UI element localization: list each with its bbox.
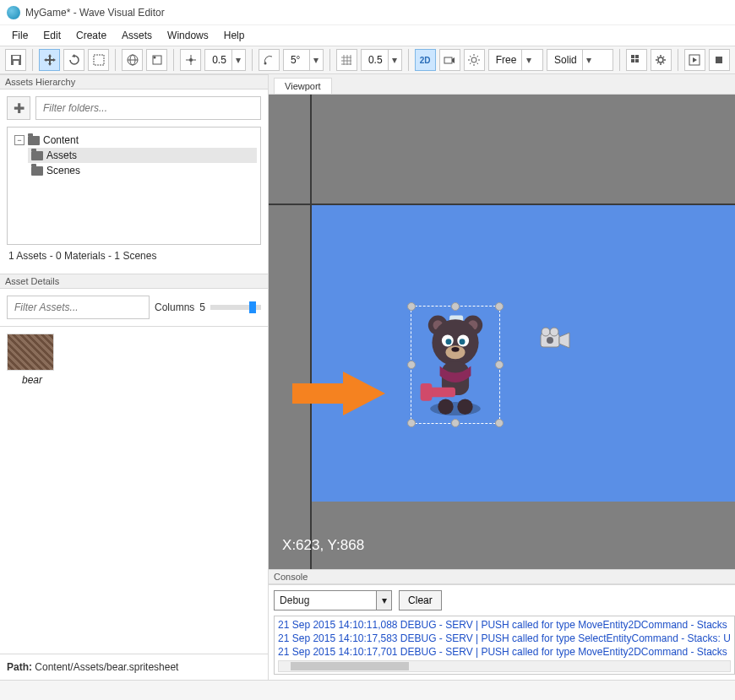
svg-rect-19: [716, 57, 722, 63]
menu-edit[interactable]: Edit: [36, 28, 68, 43]
hierarchy-status: 1 Assets - 0 Materials - 1 Scenes: [7, 245, 261, 267]
tree-label: Scenes: [46, 165, 80, 176]
tree-label: Content: [43, 134, 79, 146]
svg-point-37: [457, 399, 472, 415]
folder-tree[interactable]: − Content Assets Scenes: [7, 127, 261, 245]
menu-bar: File Edit Create Assets Windows Help: [0, 25, 735, 46]
chevron-down-icon: ▾: [582, 50, 596, 70]
mode-2d-button[interactable]: 2D: [415, 49, 436, 71]
separator: [678, 49, 678, 71]
snap-rotate-value[interactable]: 5°▾: [283, 49, 324, 71]
svg-point-17: [658, 57, 663, 62]
svg-rect-2: [14, 61, 19, 65]
save-button[interactable]: [5, 49, 26, 71]
asset-name: bear: [7, 374, 57, 386]
settings-button[interactable]: [651, 49, 672, 71]
separator: [252, 49, 253, 71]
resize-handle[interactable]: [495, 361, 504, 369]
console-line: 21 Sep 2015 14:10:17,701 DEBUG - SERV | …: [278, 645, 731, 659]
filter-folders-input[interactable]: [35, 96, 261, 120]
rotate-tool-button[interactable]: [63, 49, 84, 71]
svg-point-32: [451, 347, 459, 352]
menu-assets[interactable]: Assets: [115, 28, 159, 43]
resize-handle[interactable]: [451, 419, 460, 427]
globe-button[interactable]: [122, 49, 143, 71]
tab-viewport[interactable]: Viewport: [274, 78, 332, 94]
filter-assets-input[interactable]: [7, 296, 150, 319]
tree-row-assets[interactable]: Assets: [28, 148, 257, 163]
add-folder-button[interactable]: ✚: [7, 96, 30, 120]
scene-canvas: [311, 204, 735, 502]
shading-select[interactable]: Solid▾: [547, 49, 613, 71]
camera-mode-select[interactable]: Free▾: [488, 49, 543, 71]
separator: [173, 49, 174, 71]
tree-row-scenes[interactable]: Scenes: [28, 163, 257, 178]
folder-icon: [31, 151, 43, 160]
console-list[interactable]: 21 Sep 2015 14:10:11,088 DEBUG - SERV | …: [274, 616, 735, 675]
menu-windows[interactable]: Windows: [161, 28, 215, 43]
camera-gizmo-icon[interactable]: [539, 327, 573, 352]
selected-entity[interactable]: [411, 306, 500, 424]
hierarchy-panel-label: Assets Hierarchy: [0, 74, 268, 90]
resize-handle[interactable]: [495, 419, 504, 427]
stop-button[interactable]: [709, 49, 730, 71]
menu-file[interactable]: File: [5, 28, 35, 43]
console-horizontal-scrollbar[interactable]: [278, 660, 731, 672]
svg-point-12: [471, 57, 476, 62]
console-panel-label: Console: [269, 569, 735, 584]
move-tool-button[interactable]: [39, 49, 60, 71]
asset-item-bear[interactable]: bear: [7, 334, 57, 386]
svg-rect-15: [631, 59, 634, 62]
svg-point-9: [189, 58, 193, 62]
resize-handle[interactable]: [407, 361, 416, 369]
console-line: 21 Sep 2015 14:10:11,088 DEBUG - SERV | …: [278, 618, 731, 632]
chevron-down-icon: ▾: [231, 50, 245, 70]
svg-rect-1: [13, 56, 19, 59]
menu-create[interactable]: Create: [69, 28, 113, 43]
svg-rect-11: [444, 57, 452, 63]
snap-rotate-button[interactable]: [259, 49, 280, 71]
tree-row-content[interactable]: − Content: [11, 133, 257, 148]
svg-point-30: [460, 339, 466, 345]
svg-rect-13: [631, 55, 634, 58]
status-bar: [0, 680, 735, 700]
menu-help[interactable]: Help: [217, 28, 252, 43]
play-button[interactable]: [684, 49, 705, 71]
expand-icon[interactable]: −: [14, 135, 24, 145]
snap-move-button[interactable]: [180, 49, 201, 71]
resize-handle[interactable]: [451, 302, 460, 311]
viewport[interactable]: X:623, Y:868: [269, 95, 735, 569]
pivot-button[interactable]: [146, 49, 167, 71]
chevron-down-icon: ▾: [388, 50, 401, 70]
app-icon: [7, 6, 20, 19]
svg-rect-35: [421, 383, 433, 401]
annotation-arrow-icon: [292, 372, 385, 415]
svg-point-41: [547, 337, 553, 344]
columns-label: Columns: [155, 301, 194, 313]
camera-settings-button[interactable]: [439, 49, 460, 71]
snap-move-value[interactable]: 0.5▾: [204, 49, 246, 71]
resize-handle[interactable]: [495, 302, 504, 311]
scale-tool-button[interactable]: [88, 49, 109, 71]
asset-grid[interactable]: bear: [0, 326, 268, 654]
light-button[interactable]: [464, 49, 485, 71]
svg-point-10: [264, 62, 267, 65]
svg-rect-3: [94, 55, 104, 65]
resize-handle[interactable]: [407, 419, 416, 427]
axis-horizontal: [269, 203, 735, 205]
console-level-select[interactable]: Debug ▾: [274, 590, 392, 610]
snap-grid-value[interactable]: 0.5▾: [361, 49, 402, 71]
bear-sprite: [416, 312, 494, 419]
separator: [329, 49, 330, 71]
grid-view-button[interactable]: [626, 49, 647, 71]
folder-icon: [31, 166, 43, 176]
separator: [115, 49, 116, 71]
svg-rect-14: [635, 55, 639, 58]
resize-handle[interactable]: [407, 302, 416, 311]
viewport-tabstrip: Viewport: [269, 74, 735, 95]
console-clear-button[interactable]: Clear: [399, 590, 442, 610]
cursor-coordinates: X:623, Y:868: [282, 537, 364, 554]
columns-slider[interactable]: [210, 305, 261, 310]
snap-grid-button[interactable]: [336, 49, 357, 71]
svg-point-8: [153, 57, 155, 59]
